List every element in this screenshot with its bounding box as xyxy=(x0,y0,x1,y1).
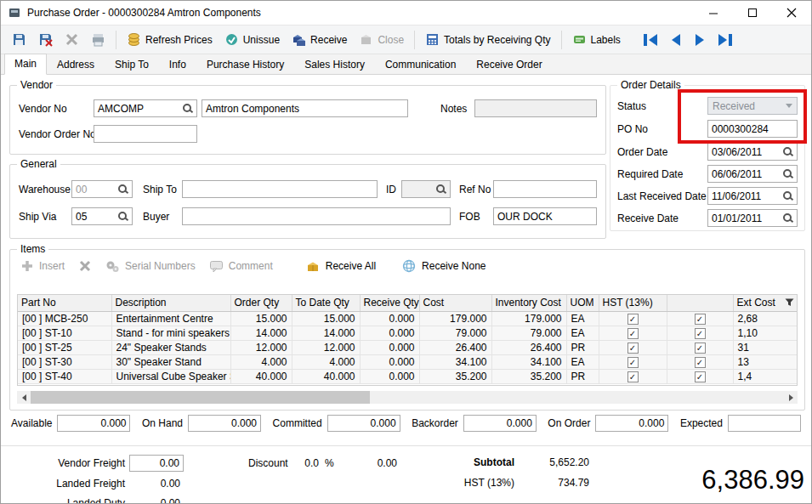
cell-to-date-qty[interactable]: 15.000 xyxy=(292,311,360,326)
hst-checkbox-checked-icon[interactable] xyxy=(627,371,639,382)
table-row[interactable]: [00 ] MCB-250 Entertainment Centre 15.00… xyxy=(18,311,798,326)
cell-order-qty[interactable]: 12.000 xyxy=(230,340,292,354)
cell-part-no[interactable]: [00 ] ST-30 xyxy=(18,354,111,369)
col-to-date-qty[interactable]: To Date Qty xyxy=(292,295,360,311)
search-icon[interactable] xyxy=(182,103,193,114)
filter-icon[interactable] xyxy=(785,298,794,310)
tab-sales-history[interactable]: Sales History xyxy=(294,54,375,75)
cell-hst[interactable] xyxy=(599,326,667,340)
previous-record-icon[interactable] xyxy=(669,32,683,48)
hst-checkbox-checked-icon[interactable] xyxy=(627,343,639,354)
id-field[interactable] xyxy=(401,180,451,198)
receive-button[interactable]: Receive xyxy=(286,29,353,50)
cell-ext-cost[interactable]: 2,68 xyxy=(733,311,798,326)
ship-via-field[interactable]: 05 xyxy=(71,207,133,225)
cell-inventory-cost[interactable]: 79.000 xyxy=(491,326,566,340)
scroll-left-icon[interactable] xyxy=(17,391,31,404)
scrollbar-thumb[interactable] xyxy=(31,391,370,404)
tab-main[interactable]: Main xyxy=(4,54,47,75)
cell-ext-cost[interactable]: 31 xyxy=(733,340,798,354)
print-button[interactable] xyxy=(85,29,111,50)
hst-checkbox-checked-icon[interactable] xyxy=(627,328,639,339)
cell-receive-qty[interactable]: 0.000 xyxy=(360,369,419,383)
unissue-button[interactable]: Unissue xyxy=(219,29,286,50)
insert-button[interactable]: Insert xyxy=(20,259,65,273)
cell-ext-cost[interactable]: 1,10 xyxy=(733,326,798,340)
cell-ext-cost[interactable]: 13 xyxy=(733,354,798,369)
vendor-order-no-field[interactable] xyxy=(94,125,197,143)
cell-tax2[interactable] xyxy=(667,369,733,383)
cell-inventory-cost[interactable]: 35.200 xyxy=(491,369,566,383)
cell-description[interactable]: Entertainment Centre xyxy=(111,311,230,326)
hst-checkbox-checked-icon[interactable] xyxy=(627,357,639,368)
cell-part-no[interactable]: [00 ] ST-25 xyxy=(18,340,111,354)
cell-order-qty[interactable]: 14.000 xyxy=(230,326,292,340)
minimize-button[interactable] xyxy=(694,1,733,25)
col-cost[interactable]: Cost xyxy=(419,295,491,311)
table-row[interactable]: [00 ] ST-40 Universal Cube Speaker Sta 4… xyxy=(18,369,798,383)
cell-receive-qty[interactable]: 0.000 xyxy=(360,311,419,326)
vendor-name-field[interactable]: Amtron Components xyxy=(202,99,408,117)
cell-receive-qty[interactable]: 0.000 xyxy=(360,354,419,369)
refresh-prices-button[interactable]: Refresh Prices xyxy=(121,29,219,50)
ref-no-field[interactable] xyxy=(493,180,597,198)
delete-line-button[interactable] xyxy=(78,259,92,273)
vendor-no-field[interactable]: AMCOMP xyxy=(94,99,197,117)
cell-hst[interactable] xyxy=(599,369,667,383)
serial-numbers-button[interactable]: Serial Numbers xyxy=(105,259,196,274)
close-po-button[interactable]: Close xyxy=(353,29,410,50)
cell-description[interactable]: 24" Speaker Stands xyxy=(111,340,230,354)
cell-inventory-cost[interactable]: 34.100 xyxy=(491,354,566,369)
col-uom[interactable]: UOM xyxy=(566,295,599,311)
cell-uom[interactable]: PR xyxy=(566,340,599,354)
close-button[interactable] xyxy=(772,1,811,25)
tab-info[interactable]: Info xyxy=(159,54,196,75)
tax2-checkbox-checked-icon[interactable] xyxy=(695,371,706,382)
cell-cost[interactable]: 179.000 xyxy=(419,311,491,326)
cell-cost[interactable]: 35.200 xyxy=(419,369,491,383)
search-icon[interactable] xyxy=(117,184,128,195)
cell-uom[interactable]: EA xyxy=(566,354,599,369)
order-date-field[interactable]: 03/06/2011 xyxy=(707,143,798,161)
tax2-checkbox-checked-icon[interactable] xyxy=(695,314,706,325)
tab-communication[interactable]: Communication xyxy=(375,54,466,75)
cell-tax2[interactable] xyxy=(667,311,733,326)
cell-ext-cost[interactable]: 1,4 xyxy=(733,369,798,383)
horizontal-scrollbar[interactable] xyxy=(17,391,798,404)
cell-tax2[interactable] xyxy=(667,354,733,369)
first-record-icon[interactable] xyxy=(642,32,659,48)
cell-cost[interactable]: 79.000 xyxy=(419,326,491,340)
cell-order-qty[interactable]: 15.000 xyxy=(230,311,292,326)
search-icon[interactable] xyxy=(782,168,793,179)
tab-address[interactable]: Address xyxy=(47,54,105,75)
cell-cost[interactable]: 26.400 xyxy=(419,340,491,354)
status-dropdown[interactable]: Received xyxy=(707,97,798,115)
cell-inventory-cost[interactable]: 26.400 xyxy=(491,340,566,354)
cell-description[interactable]: Universal Cube Speaker Sta xyxy=(111,369,230,383)
cell-hst[interactable] xyxy=(599,354,667,369)
cell-part-no[interactable]: [00 ] MCB-250 xyxy=(18,311,111,326)
receive-none-button[interactable]: Receive None xyxy=(401,258,485,274)
vendor-freight-field[interactable]: 0.00 xyxy=(129,455,184,472)
save-button[interactable] xyxy=(6,29,32,50)
cell-cost[interactable]: 34.100 xyxy=(419,354,491,369)
save-close-button[interactable] xyxy=(32,29,59,50)
totals-by-receiving-qty-button[interactable]: Totals by Receiving Qty xyxy=(419,29,556,50)
cell-to-date-qty[interactable]: 4.000 xyxy=(292,354,360,369)
receive-all-button[interactable]: Receive All xyxy=(305,259,376,274)
buyer-field[interactable] xyxy=(182,207,451,225)
col-order-qty[interactable]: Order Qty xyxy=(230,295,292,311)
required-date-field[interactable]: 06/06/2011 xyxy=(707,165,798,183)
tax2-checkbox-checked-icon[interactable] xyxy=(695,343,706,354)
table-row[interactable]: [00 ] ST-30 30" Speaker Stand 4.000 4.00… xyxy=(18,354,798,369)
scroll-right-icon[interactable] xyxy=(784,391,798,404)
maximize-button[interactable] xyxy=(733,1,772,25)
cell-uom[interactable]: PR xyxy=(566,369,599,383)
cell-order-qty[interactable]: 4.000 xyxy=(230,354,292,369)
ship-to-field[interactable] xyxy=(182,180,378,198)
col-part-no[interactable]: Part No xyxy=(18,295,111,311)
tax2-checkbox-checked-icon[interactable] xyxy=(695,328,706,339)
cell-part-no[interactable]: [00 ] ST-10 xyxy=(18,326,111,340)
last-record-icon[interactable] xyxy=(717,32,734,48)
cell-to-date-qty[interactable]: 14.000 xyxy=(292,326,360,340)
